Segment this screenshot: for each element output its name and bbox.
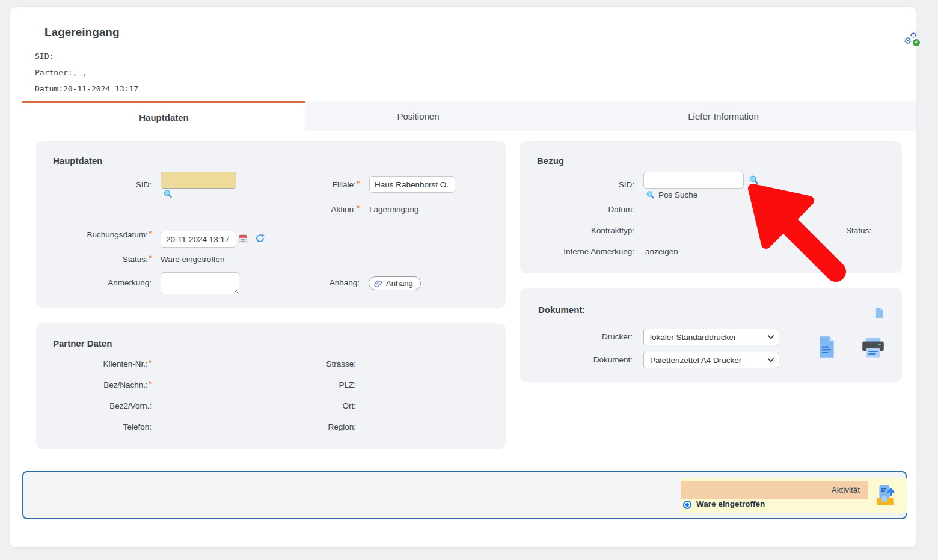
klienten-nr-label: Klienten-Nr.:* <box>31 359 152 370</box>
filiale-input[interactable] <box>369 176 455 193</box>
telefon-label: Telefon: <box>31 422 152 433</box>
aktion-value: Lagereingang <box>369 204 419 215</box>
bezug-status-label: Status: <box>751 225 871 236</box>
text-cursor <box>165 176 165 186</box>
strasse-label: Strasse: <box>236 359 356 370</box>
interne-anmerkung-label: Interne Anmerkung: <box>514 246 634 257</box>
sid-search-icon[interactable] <box>163 189 173 199</box>
anhang-label: Anhang: <box>239 278 360 288</box>
plz-label: PLZ: <box>236 380 356 391</box>
document-preview-icon[interactable] <box>818 336 835 358</box>
dokument-heading: Dokument: <box>538 305 585 315</box>
sid-label: SID: <box>31 180 152 190</box>
dokument-select-value: Palettenzettel A4 Drucker <box>650 356 741 365</box>
bezug-sid-input[interactable] <box>643 172 744 189</box>
pos-suche-search-icon[interactable] <box>646 190 655 199</box>
printer-icon[interactable] <box>861 338 885 358</box>
region-label: Region: <box>236 422 356 433</box>
buchungsdatum-input[interactable] <box>161 231 236 248</box>
bezug-datum-label: Datum: <box>514 204 634 215</box>
aktivitaet-bar[interactable]: Aktivität <box>681 481 868 499</box>
tab-liefer-information-label: Liefer-Information <box>688 111 759 121</box>
calendar-icon[interactable] <box>239 234 247 244</box>
pos-suche-link[interactable]: Pos Suche <box>658 190 697 201</box>
status-value: Ware eingetroffen <box>161 254 225 265</box>
drucker-select-value: lokaler Standarddrucker <box>650 333 736 342</box>
meta-datum: Datum:20-11-2024 13:17 <box>35 84 138 93</box>
anhang-button[interactable]: Anhang <box>369 276 421 290</box>
aktivitaet-label: Aktivität <box>832 485 860 495</box>
bez2-vorn-label: Bez2/Vorn.: <box>31 401 152 412</box>
aktion-label: Aktion:* <box>239 204 360 215</box>
bezug-sid-search-icon[interactable] <box>749 175 759 185</box>
ware-eingetroffen-radio[interactable] <box>683 501 691 509</box>
meta-partner: Partner:, , <box>35 68 87 77</box>
tab-hauptdaten-label: Hauptdaten <box>139 112 189 123</box>
filiale-label: Filiale:* <box>239 180 360 190</box>
paperclip-icon <box>374 279 383 288</box>
services-gears-icon[interactable]: ⚙ ⚙ ✔ <box>904 31 923 50</box>
drucker-select[interactable]: lokaler Standarddrucker <box>643 329 779 345</box>
hauptdaten-heading: Hauptdaten <box>53 156 103 166</box>
gear-icon: ⚙ <box>904 35 912 46</box>
refresh-icon[interactable] <box>255 233 265 243</box>
check-circle-icon: ✔ <box>913 39 920 46</box>
dokument-select[interactable]: Palettenzettel A4 Drucker <box>643 352 779 368</box>
ware-eingetroffen-label: Ware eingetroffen <box>696 499 765 508</box>
tab-liefer-information[interactable]: Liefer-Information <box>531 101 916 131</box>
buchungsdatum-label: Buchungsdatum:* <box>31 230 152 240</box>
chevron-down-icon <box>768 335 774 339</box>
anzeigen-link[interactable]: anzeigen <box>645 247 678 256</box>
meta-sid: SID: <box>35 52 54 61</box>
bezug-sid-label: SID: <box>514 180 634 190</box>
sid-input[interactable] <box>161 172 236 189</box>
dokument-label: Dokument: <box>512 355 633 365</box>
kontrakttyp-label: Kontrakttyp: <box>514 225 634 236</box>
tab-positionen[interactable]: Positionen <box>305 101 531 131</box>
document-corner-icon[interactable] <box>875 307 884 318</box>
anmerkung-label: Anmerkung: <box>31 278 152 288</box>
ort-label: Ort: <box>236 401 356 412</box>
unarchive-activity-icon[interactable] <box>874 483 896 507</box>
anhang-button-label: Anhang <box>386 279 413 288</box>
bezug-heading: Bezug <box>537 156 564 166</box>
tab-positionen-label: Positionen <box>397 111 439 121</box>
partner-daten-heading: Partner Daten <box>53 338 112 348</box>
bez-nachn-label: Bez/Nachn.:* <box>31 380 152 391</box>
page-title: Lagereingang <box>44 26 120 39</box>
drucker-label: Drucker: <box>512 332 633 342</box>
lagereingang-page: Lagereingang ⚙ ⚙ ✔ SID: Partner:, , Datu… <box>0 0 938 560</box>
status-label: Status:* <box>31 254 152 265</box>
chevron-down-icon <box>768 358 774 362</box>
anmerkung-textarea[interactable] <box>161 272 239 294</box>
tab-hauptdaten[interactable]: Hauptdaten <box>22 103 305 131</box>
